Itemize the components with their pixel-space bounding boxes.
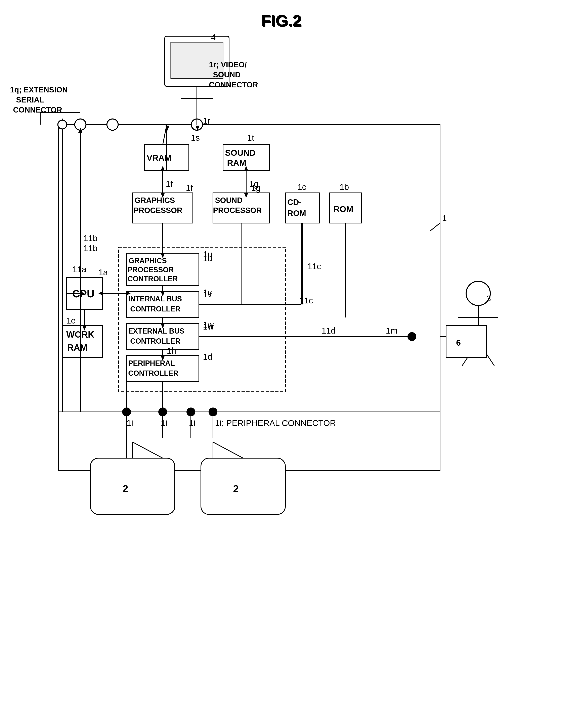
ext-serial-open-conn xyxy=(58,120,67,129)
video-sound-label-2: CONNECTOR xyxy=(209,81,258,89)
sram-sproc-ref: 1g xyxy=(249,179,259,189)
gfx-ctrl-label-3: CONTROLLER xyxy=(128,275,178,283)
periph-conn-ref-3: 1i xyxy=(189,418,196,428)
ext-bus-ref-11d: 11d xyxy=(321,326,336,335)
vram-gfx-ref: 1f xyxy=(166,179,173,189)
cart-box xyxy=(446,326,486,358)
gamepad-right xyxy=(201,458,285,514)
int-bus-ctrl-label-2: CONTROLLER xyxy=(130,305,180,313)
sound-ram-ref: 1t xyxy=(247,133,254,142)
ext-bus-ctrl-label-1: EXTERNAL BUS xyxy=(128,327,184,335)
rom-ref: 1b xyxy=(340,182,349,192)
cart-ref: 6 xyxy=(456,338,461,347)
vram-label: VRAM xyxy=(147,153,172,163)
ref-1u: 1u xyxy=(203,254,212,263)
gfx-proc-label-1: GRAPHICS xyxy=(135,196,175,205)
video-sound-label-ref: 1r; VIDEO/ xyxy=(209,60,247,69)
bus-11c-ref: 11c xyxy=(307,262,321,271)
sound-ram-label-1: SOUND xyxy=(225,148,256,158)
gfx-proc-label-2: PROCESSOR xyxy=(134,206,182,215)
ext-bus-right-conn xyxy=(407,332,416,341)
ext-serial-label-1: SERIAL xyxy=(16,96,44,104)
vram-ref: 1s xyxy=(191,133,200,142)
gamepad-left xyxy=(90,458,175,514)
int-bus-ctrl-label-1: INTERNAL BUS xyxy=(128,295,182,303)
bus-11b-label: 11b xyxy=(83,233,97,243)
periph-ctrl-ref-1d: 1d xyxy=(203,352,212,361)
gamepad-right-ref: 2 xyxy=(233,483,239,495)
periph-conn-ref-1: 1i xyxy=(127,418,133,428)
ext-bus-ref-1m: 1m xyxy=(386,326,397,335)
periph-ctrl-label-2: CONTROLLER xyxy=(128,369,178,377)
diagram-title: FIG.2 xyxy=(261,12,301,30)
sound-proc-label-2: PROCESSOR xyxy=(213,206,262,215)
cd-rom-label-2: ROM xyxy=(287,209,306,218)
rom-label: ROM xyxy=(334,204,353,214)
periph-conn-ref-label: 1i; PERIPHERAL CONNECTOR xyxy=(215,418,336,428)
work-ram-ref: 1e xyxy=(66,316,76,325)
cd-rom-ref: 1c xyxy=(297,182,306,192)
gfx-ctrl-label-2: PROCESSOR xyxy=(128,266,174,274)
ext-serial-label-ref: 1q; EXTENSION xyxy=(10,86,68,94)
bus-11b-ref: 11b xyxy=(83,244,97,253)
gamepad-left-ref: 2 xyxy=(123,483,128,495)
conn-1r-ref: 1r xyxy=(203,116,210,125)
periph-ctrl-ref-1h: 1h xyxy=(167,346,176,355)
periph-ctrl-label-1: PERIPHERAL xyxy=(128,359,175,367)
periph-conn-ref-2: 1i xyxy=(161,418,167,428)
ref-1w: 1w xyxy=(203,322,214,331)
cd-player-ref: 3 xyxy=(486,294,491,303)
sound-ram-label-2: RAM xyxy=(227,158,246,168)
gfx-ctrl-label-1: GRAPHICS xyxy=(129,257,167,265)
cd-rom-box xyxy=(285,193,319,223)
ref-1v: 1v xyxy=(203,290,212,299)
sound-proc-label-1: SOUND xyxy=(215,196,243,205)
monitor-ref: 4 xyxy=(211,33,216,42)
work-ram-label-2: RAM xyxy=(67,343,87,352)
cd-rom-label-1: CD- xyxy=(287,198,302,207)
cpu-ref-11a: 11a xyxy=(72,265,87,274)
ext-bus-ctrl-label-2: CONTROLLER xyxy=(130,337,180,345)
top-open-conn-ext xyxy=(107,119,118,130)
system-ref: 1 xyxy=(442,213,447,223)
video-sound-label-1: SOUND xyxy=(213,71,241,79)
gfx-proc-ref: 1f xyxy=(186,183,193,193)
cpu-ref-1a: 1a xyxy=(98,268,108,277)
